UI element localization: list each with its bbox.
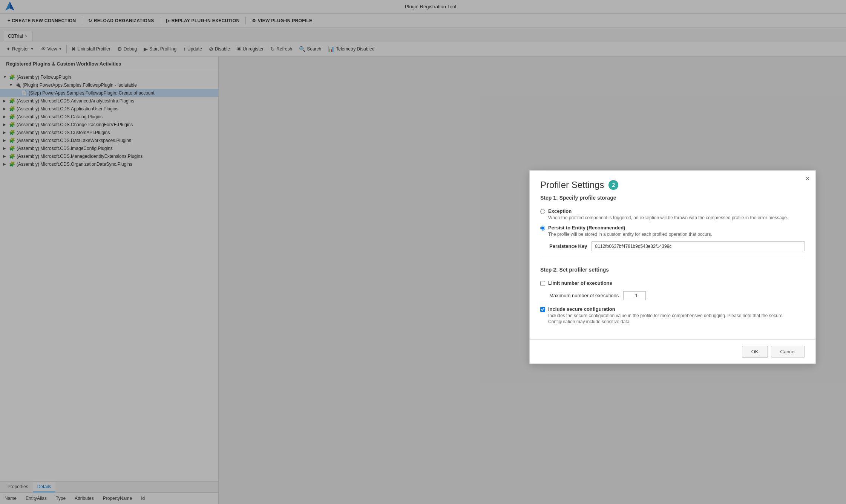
persist-entity-option: Persist to Entity (Recommended) The prof…	[540, 225, 805, 238]
include-secure-label: Include secure configuration	[548, 306, 615, 312]
exception-label: Exception	[548, 208, 788, 214]
max-exec-label: Maximum number of executions	[549, 293, 619, 298]
include-secure-row: Include secure configuration Includes th…	[540, 306, 805, 325]
exception-desc: When the profiled component is triggered…	[548, 215, 788, 221]
modal-close-button[interactable]: ×	[805, 175, 809, 182]
exception-radio[interactable]	[540, 209, 545, 214]
profiler-settings-modal: × Profiler Settings 2 Step 1: Specify pr…	[529, 170, 816, 364]
modal-title: Profiler Settings	[540, 180, 604, 190]
step2-title: Step 2: Set profiler settings	[540, 267, 805, 274]
divider	[540, 259, 805, 259]
modal-header: Profiler Settings 2	[530, 171, 815, 195]
persistence-key-label: Persistence Key	[549, 243, 587, 249]
modal-badge: 2	[608, 180, 618, 190]
persist-entity-desc: The profile will be stored in a custom e…	[548, 231, 712, 238]
ok-button[interactable]: OK	[742, 346, 768, 357]
modal-footer: OK Cancel	[530, 339, 815, 363]
main-content: Registered Plugins & Custom Workflow Act…	[0, 57, 846, 504]
modal-body: Step 1: Specify profile storage Exceptio…	[530, 195, 815, 339]
exception-option: Exception When the profiled component is…	[540, 208, 805, 221]
persistence-key-input[interactable]	[592, 241, 805, 251]
include-secure-desc: Includes the secure configuration value …	[548, 313, 805, 325]
limit-executions-checkbox[interactable]	[540, 281, 545, 286]
limit-executions-row: Limit number of executions	[540, 280, 805, 286]
include-secure-checkbox[interactable]	[540, 307, 545, 312]
persist-entity-radio[interactable]	[540, 226, 545, 231]
persistence-key-row: Persistence Key	[549, 241, 805, 251]
persist-entity-label: Persist to Entity (Recommended)	[548, 225, 712, 231]
step1-title: Step 1: Specify profile storage	[540, 195, 805, 202]
max-executions-row: Maximum number of executions	[549, 291, 805, 300]
max-exec-input[interactable]	[623, 291, 646, 300]
cancel-button[interactable]: Cancel	[771, 346, 805, 357]
modal-overlay: × Profiler Settings 2 Step 1: Specify pr…	[0, 0, 846, 504]
limit-executions-label: Limit number of executions	[548, 280, 612, 286]
